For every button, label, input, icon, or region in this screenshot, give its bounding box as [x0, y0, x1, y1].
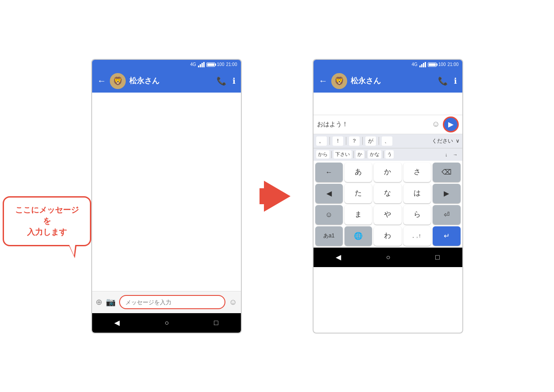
- suggestion-down-arrow[interactable]: ∨: [456, 138, 460, 144]
- add-icon-left[interactable]: ⊕: [96, 297, 102, 307]
- signal-text-left: 4G: [190, 62, 196, 67]
- time-left: 21:00: [226, 62, 237, 67]
- contact-name-left: 松永さん: [129, 76, 213, 86]
- key-a[interactable]: あ: [345, 163, 372, 182]
- arrow-right-key[interactable]: →: [451, 151, 460, 158]
- emoji-button-right[interactable]: ☺: [432, 120, 440, 129]
- key-wa[interactable]: わ: [374, 226, 401, 246]
- status-bar-left: 4G 100 21:00: [92, 60, 241, 70]
- suggestion-ga[interactable]: が: [365, 136, 376, 146]
- annotation-text: ここにメッセージを入力します: [15, 206, 79, 237]
- info-icon-right[interactable]: ℹ: [454, 76, 457, 86]
- divider2: [346, 137, 346, 145]
- key-right[interactable]: ▶: [433, 184, 460, 203]
- key-ka[interactable]: か: [374, 163, 401, 182]
- typed-text: おはよう！: [317, 120, 430, 128]
- key-delete[interactable]: ⌫: [433, 163, 460, 182]
- chat-area-right: [314, 93, 462, 115]
- send-button[interactable]: ▶: [443, 116, 459, 132]
- battery-text-right: 100: [438, 62, 446, 67]
- keyboard-suggestions-row2: から 下さい か かな う ↓ →: [314, 148, 462, 161]
- right-arrow-icon: [264, 181, 291, 212]
- chat-area-left: [92, 93, 241, 291]
- suggestion-maru[interactable]: 。: [316, 136, 327, 146]
- key-ra[interactable]: ら: [403, 205, 431, 225]
- call-icon-right[interactable]: 📞: [438, 76, 448, 86]
- signal-text-right: 4G: [411, 62, 417, 67]
- key-ya[interactable]: や: [374, 205, 401, 225]
- suggestion-right-area: ください ∨: [432, 137, 460, 145]
- suggestion-question[interactable]: ？: [349, 136, 360, 146]
- info-icon-left[interactable]: ℹ: [232, 76, 236, 86]
- app-bar-left: ← 🦁 松永さん 📞 ℹ: [92, 70, 241, 93]
- suggestion-ka[interactable]: か: [356, 150, 364, 159]
- suggestion-kara[interactable]: から: [316, 150, 329, 159]
- battery-icon-left: [206, 62, 215, 67]
- annotation-bubble: ここにメッセージを入力します: [3, 196, 91, 247]
- nav-bar-left: ◀ ○ □: [92, 313, 241, 333]
- right-phone-wrapper: 4G 100 21:00 ← 🦁 松永さん 📞 ℹ: [313, 59, 463, 334]
- input-bar-left: ⊕ 📷 ☺: [92, 291, 241, 313]
- krow2-arrows: ↓ →: [443, 151, 460, 158]
- divider7: [366, 151, 366, 158]
- emoji-icon-left[interactable]: ☺: [229, 298, 237, 307]
- suggestion-comma[interactable]: 、: [382, 136, 392, 146]
- status-bar-right: 4G 100 21:00: [314, 60, 462, 70]
- nav-bar-right: ◀ ○ □: [314, 248, 462, 267]
- text-input-area-right: おはよう！ ☺ ▶: [314, 115, 462, 134]
- divider8: [383, 151, 384, 158]
- message-input-left[interactable]: [119, 295, 226, 309]
- arrow-down-key[interactable]: ↓: [443, 151, 449, 158]
- avatar-right: 🦁: [331, 73, 347, 89]
- back-nav-left[interactable]: ◀: [114, 318, 120, 327]
- key-enter[interactable]: ↵: [433, 226, 460, 246]
- signal-icon-right: [419, 62, 426, 67]
- call-icon-left[interactable]: 📞: [217, 76, 226, 86]
- app-bar-right: ← 🦁 松永さん 📞 ℹ: [314, 70, 462, 93]
- home-nav-right[interactable]: ○: [386, 253, 391, 261]
- key-na[interactable]: な: [374, 184, 401, 203]
- keyboard-keys: ← あ か さ ⌫ ◀ た な は ▶ ☺ ま や ら ⏎ あa1 🌐 わ 。,…: [314, 161, 462, 248]
- transition-arrow: [260, 181, 295, 212]
- key-sa[interactable]: さ: [403, 163, 431, 182]
- divider1: [329, 137, 330, 145]
- key-ha[interactable]: は: [403, 184, 431, 203]
- avatar-left: 🦁: [110, 73, 126, 89]
- time-right: 21:00: [447, 62, 458, 67]
- suggestion-kudasai[interactable]: ください: [432, 137, 453, 145]
- suggestion-kana[interactable]: かな: [368, 150, 381, 159]
- key-space[interactable]: ⏎: [433, 205, 460, 225]
- divider6: [353, 151, 354, 158]
- key-backspace-nav[interactable]: ←: [315, 163, 343, 182]
- back-button-left[interactable]: ←: [97, 76, 106, 86]
- suggestion-kudasai2[interactable]: 下さい: [333, 150, 352, 159]
- key-punct[interactable]: 。,！: [403, 226, 431, 246]
- home-nav-left[interactable]: ○: [165, 319, 169, 327]
- camera-icon-left[interactable]: 📷: [106, 297, 116, 307]
- key-mode[interactable]: あa1: [315, 226, 343, 246]
- app-bar-icons-right: 📞 ℹ: [438, 76, 457, 86]
- back-button-right[interactable]: ←: [319, 76, 328, 86]
- recent-nav-left[interactable]: □: [214, 319, 218, 327]
- send-icon: ▶: [448, 120, 453, 128]
- divider3: [362, 137, 363, 145]
- battery-icon-right: [428, 62, 437, 67]
- keyboard-suggestions-row1: 。 ！ ？ が 、 ください ∨: [314, 134, 462, 148]
- key-globe[interactable]: 🌐: [345, 226, 372, 246]
- right-phone: 4G 100 21:00 ← 🦁 松永さん 📞 ℹ: [313, 59, 463, 334]
- left-phone: 4G 100 21:00 ← 🦁 松永さん 📞 ℹ: [91, 59, 242, 334]
- suggestion-exclaim[interactable]: ！: [333, 136, 343, 146]
- key-ta[interactable]: た: [345, 184, 372, 203]
- key-ma[interactable]: ま: [345, 205, 372, 225]
- app-bar-icons-left: 📞 ℹ: [217, 76, 236, 86]
- battery-text-left: 100: [217, 62, 225, 67]
- divider5: [331, 151, 332, 158]
- recent-nav-right[interactable]: □: [435, 253, 440, 261]
- divider4: [379, 137, 379, 145]
- contact-name-right: 松永さん: [351, 76, 434, 86]
- key-left[interactable]: ◀: [315, 184, 343, 203]
- key-emoji[interactable]: ☺: [315, 205, 343, 225]
- suggestion-u[interactable]: う: [385, 150, 394, 159]
- back-nav-right[interactable]: ◀: [336, 253, 341, 261]
- signal-icon-left: [198, 62, 205, 67]
